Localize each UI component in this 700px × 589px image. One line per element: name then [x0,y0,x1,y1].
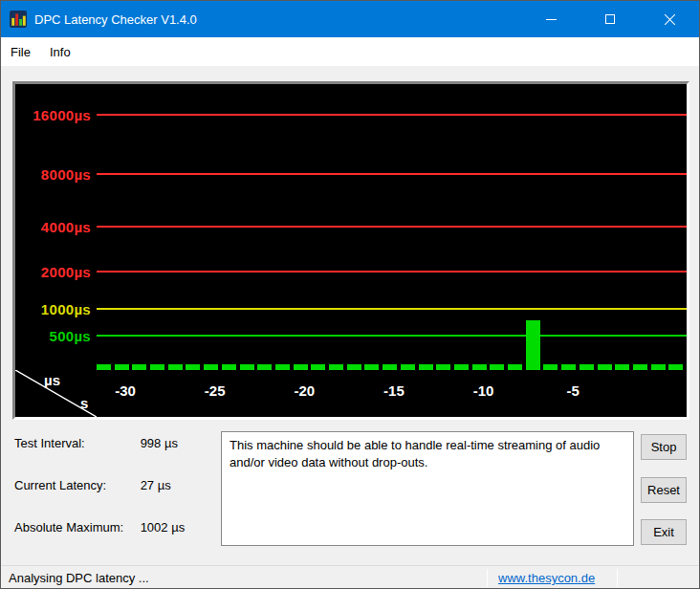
latency-bar [240,364,254,370]
latency-bar [508,364,522,370]
y-axis-label: 8000µs [15,165,91,184]
close-icon [664,13,676,26]
menu-file[interactable]: File [1,37,40,66]
maximize-button[interactable] [580,1,640,37]
statusbar: Analysing DPC latency ... www.thesycon.d… [1,565,700,589]
latency-bar [561,364,576,370]
latency-bar [168,364,183,370]
latency-chart: µs s 16000µs8000µs4000µs2000µs1000µs500µ… [12,81,689,420]
latency-bar [490,364,504,370]
y-axis-label: 500µs [15,327,91,345]
menu-info[interactable]: Info [40,37,80,66]
stop-button[interactable]: Stop [641,434,687,460]
stat-label: Absolute Maximum: [14,520,137,534]
y-axis-label: 2000µs [15,263,91,281]
y-gridline [97,271,687,273]
latency-bar [115,364,129,370]
x-axis-tick-label: -10 [465,382,503,399]
latency-bar [222,364,236,370]
latency-bar [257,364,272,370]
latency-bar [186,364,200,370]
latency-bar [150,364,164,370]
latency-bar [472,364,487,370]
statusbar-separator [487,569,488,587]
stat-label: Test Interval: [14,436,137,450]
latency-bar [615,364,629,370]
latency-bar [204,364,218,370]
latency-bar [275,364,290,370]
latency-bar [311,364,325,370]
latency-bar [436,364,450,370]
y-axis-unit-label: µs [44,372,60,388]
minimize-button[interactable] [521,1,580,37]
app-window: DPC Latency Checker V1.4.0 File Info µs … [0,0,700,589]
latency-bar [543,364,558,370]
status-text: Analysing DPC latency ... [9,571,149,585]
y-gridline [97,173,687,175]
window-title: DPC Latency Checker V1.4.0 [34,12,521,27]
latency-bar [419,364,433,370]
y-gridline [97,335,687,337]
menubar: File Info [1,37,699,66]
axis-corner: µs s [15,370,97,417]
x-axis-tick-label: -15 [375,382,413,399]
x-axis-tick-label: -30 [106,382,144,399]
latency-bar [329,364,343,370]
y-axis-label: 16000µs [15,106,91,124]
app-icon[interactable] [10,11,27,28]
stat-value: 1002 µs [141,520,186,534]
latency-bar [97,364,111,370]
minimize-icon [546,19,557,20]
statusbar-separator [617,569,618,587]
stat-current-latency: Current Latency: 27 µs [14,478,171,492]
x-axis-tick-label: -25 [196,382,234,399]
bottom-panel: Test Interval: 998 µs Current Latency: 2… [1,420,700,565]
latency-bar [526,320,540,370]
latency-bar [347,364,361,370]
close-button[interactable] [640,1,699,37]
thesycon-link[interactable]: www.thesycon.de [498,571,595,585]
latency-bar [383,364,397,370]
stat-value: 998 µs [141,436,178,450]
stat-test-interval: Test Interval: 998 µs [14,436,178,450]
reset-button[interactable]: Reset [641,477,687,503]
latency-bar [580,364,594,370]
stat-label: Current Latency: [14,478,137,492]
latency-bar [668,364,683,370]
latency-bar [633,364,647,370]
maximize-icon [605,14,615,24]
x-axis-tick-label: -20 [285,382,323,399]
latency-bar [132,364,146,370]
y-axis-label: 4000µs [15,218,91,236]
latency-bar [401,364,415,370]
analysis-message-box: This machine should be able to handle re… [221,431,634,546]
y-axis-label: 1000µs [15,300,91,318]
y-gridline [97,308,687,310]
chart-plot: µs s 16000µs8000µs4000µs2000µs1000µs500µ… [15,84,687,417]
latency-bar [294,364,308,370]
exit-button[interactable]: Exit [641,519,687,545]
latency-bar [651,364,666,370]
y-gridline [97,114,687,116]
latency-bar [598,364,612,370]
stat-value: 27 µs [141,478,171,492]
latency-bar [364,364,379,370]
y-gridline [97,226,687,228]
x-axis-unit-label: s [80,395,88,411]
latency-bar [454,364,469,370]
x-axis-tick-label: -5 [554,382,592,399]
titlebar[interactable]: DPC Latency Checker V1.4.0 [1,1,699,37]
stat-absolute-maximum: Absolute Maximum: 1002 µs [14,520,185,534]
